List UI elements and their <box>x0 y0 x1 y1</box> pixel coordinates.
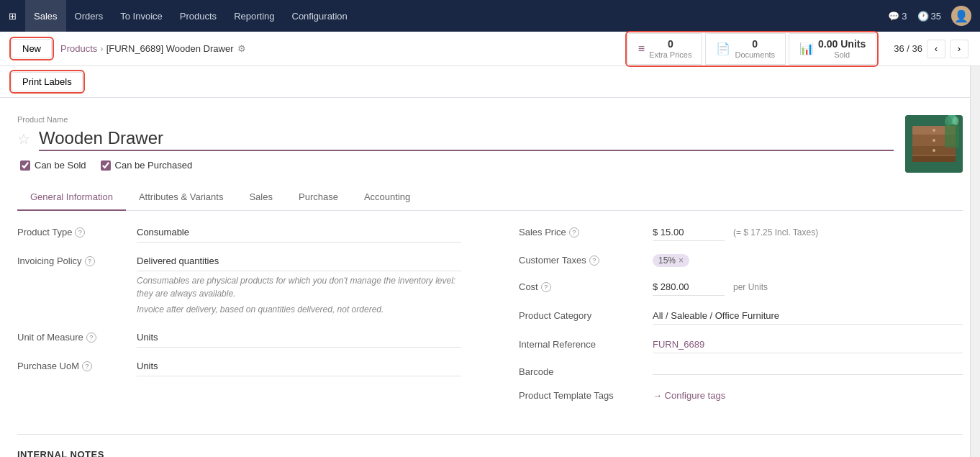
product-type-label: Product Type ? <box>17 227 125 237</box>
product-header: Product Name ☆ Can be Sold Can be Purcha… <box>17 115 963 173</box>
clock-badge[interactable]: 🕐 35 <box>917 11 941 22</box>
nav-to-invoice[interactable]: To Invoice <box>112 0 171 32</box>
customer-taxes-help-icon[interactable]: ? <box>589 255 599 266</box>
new-button[interactable]: New <box>12 39 52 58</box>
main-content: Product Name ☆ Can be Sold Can be Purcha… <box>0 98 980 457</box>
extra-prices-button[interactable]: ≡ 0 Extra Prices <box>627 33 703 65</box>
product-image[interactable] <box>905 115 963 173</box>
tab-purchase[interactable]: Purchase <box>286 184 351 211</box>
uom-help-icon[interactable]: ? <box>86 332 96 343</box>
internal-notes-label: INTERNAL NOTES <box>17 449 104 457</box>
tab-accounting[interactable]: Accounting <box>351 184 423 211</box>
tab-right: Sales Price ? $ 15.00 (= $ 17.25 Incl. T… <box>519 225 963 414</box>
customer-taxes-value: 15% × <box>653 254 689 267</box>
svg-point-8 <box>933 149 935 152</box>
nav-sales[interactable]: Sales <box>25 0 66 32</box>
sales-price-incl-taxes: (= $ 17.25 Incl. Taxes) <box>733 227 818 237</box>
product-name-label: Product Name <box>17 115 894 124</box>
svg-point-6 <box>933 129 935 132</box>
invoicing-policy-row: Invoicing Policy ? Delivered quantities … <box>17 254 461 319</box>
sales-price-help-icon[interactable]: ? <box>569 227 579 237</box>
internal-reference-label: Internal Reference <box>519 339 641 350</box>
tax-remove-icon[interactable]: × <box>679 255 684 266</box>
configure-tags-link[interactable]: → Configure tags <box>653 390 725 401</box>
pager: 36 / 36 ‹ › <box>894 40 968 58</box>
invoicing-policy-label: Invoicing Policy ? <box>17 254 125 266</box>
pager-next[interactable]: › <box>950 40 968 58</box>
purchase-uom-value[interactable]: Units <box>137 359 461 376</box>
tab-sales[interactable]: Sales <box>236 184 286 211</box>
svg-point-11 <box>945 116 952 126</box>
documents-button[interactable]: 📄 0 Documents <box>705 33 786 65</box>
template-tags-row: Product Template Tags → Configure tags <box>519 390 963 401</box>
settings-icon[interactable]: ⚙ <box>237 43 246 54</box>
svg-point-7 <box>933 139 935 142</box>
pager-info: 36 / 36 <box>894 43 922 54</box>
sales-price-row: Sales Price ? $ 15.00 (= $ 17.25 Incl. T… <box>519 225 963 241</box>
customer-taxes-row: Customer Taxes ? 15% × <box>519 254 963 267</box>
tax-badge[interactable]: 15% × <box>653 254 689 267</box>
product-category-value[interactable]: All / Saleable / Office Furniture <box>653 309 963 325</box>
product-category-label: Product Category <box>519 310 641 321</box>
sales-price-value[interactable]: $ 15.00 <box>653 225 725 241</box>
cost-value[interactable]: $ 280.00 <box>653 280 725 296</box>
product-header-left: Product Name ☆ Can be Sold Can be Purcha… <box>17 115 894 171</box>
nav-menu: Sales Orders To Invoice Products Reporti… <box>25 0 356 32</box>
nav-configuration[interactable]: Configuration <box>283 0 356 32</box>
purchase-uom-label: Purchase UoM ? <box>17 361 125 371</box>
customer-taxes-label: Customer Taxes ? <box>519 255 641 266</box>
pager-prev[interactable]: ‹ <box>927 40 945 58</box>
cost-help-icon[interactable]: ? <box>541 282 551 292</box>
scrollbar[interactable] <box>970 66 980 457</box>
tabs: General Information Attributes & Variant… <box>17 184 963 211</box>
cost-label: Cost ? <box>519 281 641 292</box>
uom-label: Unit of Measure ? <box>17 332 125 343</box>
barcode-value[interactable] <box>653 370 963 375</box>
favorite-icon[interactable]: ☆ <box>17 130 30 148</box>
uom-row: Unit of Measure ? Units <box>17 330 461 348</box>
extra-prices-icon: ≡ <box>638 42 645 55</box>
grid-icon[interactable]: ⊞ <box>9 11 17 22</box>
sold-button[interactable]: 📊 0.00 Units Sold <box>789 33 876 65</box>
internal-reference-value[interactable]: FURN_6689 <box>653 338 963 353</box>
smart-buttons: ≡ 0 Extra Prices 📄 0 Documents 📊 0.00 Un… <box>627 33 876 65</box>
nav-orders[interactable]: Orders <box>66 0 112 32</box>
uom-value[interactable]: Units <box>137 330 461 348</box>
sold-icon: 📊 <box>799 42 814 55</box>
product-name-input[interactable] <box>39 127 894 151</box>
product-type-help-icon[interactable]: ? <box>75 227 85 237</box>
tab-attributes-variants[interactable]: Attributes & Variants <box>126 184 237 211</box>
cost-unit: per Units <box>733 282 768 292</box>
action-bar: Print Labels <box>0 66 980 98</box>
print-labels-button[interactable]: Print Labels <box>12 72 83 91</box>
nav-right: 💬 3 🕐 35 👤 <box>888 6 971 26</box>
cost-row: Cost ? $ 280.00 per Units <box>519 280 963 296</box>
user-avatar[interactable]: 👤 <box>951 6 971 26</box>
internal-notes-section: INTERNAL NOTES <box>17 434 963 457</box>
breadcrumb: Products › [FURN_6689] Wooden Drawer ⚙ <box>60 43 246 54</box>
product-name-row: ☆ <box>17 127 894 151</box>
purchase-uom-row: Purchase UoM ? Units <box>17 359 461 376</box>
can-be-purchased-checkbox[interactable]: Can be Purchased <box>101 160 193 171</box>
tab-content-general: Product Type ? Consumable Invoicing Poli… <box>17 211 963 428</box>
invoicing-policy-value[interactable]: Delivered quantities <box>137 254 461 271</box>
internal-reference-row: Internal Reference FURN_6689 <box>519 338 963 353</box>
can-be-sold-checkbox[interactable]: Can be Sold <box>20 160 86 171</box>
product-category-row: Product Category All / Saleable / Office… <box>519 309 963 325</box>
tab-left: Product Type ? Consumable Invoicing Poli… <box>17 225 461 414</box>
nav-products[interactable]: Products <box>171 0 225 32</box>
tab-general-information[interactable]: General Information <box>17 184 126 211</box>
nav-reporting[interactable]: Reporting <box>225 0 283 32</box>
invoicing-note1: Consumables are physical products for wh… <box>137 274 461 300</box>
checkboxes-row: Can be Sold Can be Purchased <box>20 160 894 171</box>
breadcrumb-current: [FURN_6689] Wooden Drawer ⚙ <box>106 43 247 54</box>
product-type-row: Product Type ? Consumable <box>17 225 461 243</box>
top-nav: ⊞ Sales Orders To Invoice Products Repor… <box>0 0 980 32</box>
invoicing-note2: Invoice after delivery, based on quantit… <box>137 303 461 316</box>
breadcrumb-parent[interactable]: Products <box>60 43 97 54</box>
messages-badge[interactable]: 💬 3 <box>888 11 907 22</box>
invoicing-policy-help-icon[interactable]: ? <box>85 256 95 266</box>
purchase-uom-help-icon[interactable]: ? <box>82 361 92 371</box>
breadcrumb-bar: New Products › [FURN_6689] Wooden Drawer… <box>0 32 980 66</box>
product-type-value[interactable]: Consumable <box>137 225 461 243</box>
